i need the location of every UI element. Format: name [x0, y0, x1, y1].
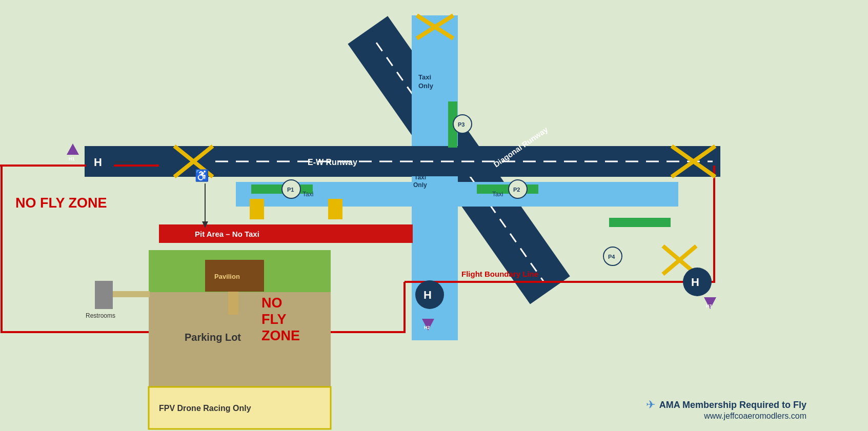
svg-text:H: H — [691, 276, 699, 289]
svg-text:Taxi: Taxi — [414, 174, 426, 181]
svg-text:H3: H3 — [706, 303, 712, 309]
svg-text:♿: ♿ — [195, 169, 209, 182]
svg-rect-22 — [228, 292, 238, 315]
map-svg: ♿ E-W Runway Diagonal Runway Taxi Only T… — [0, 0, 868, 431]
svg-text:FPV Drone Racing Only: FPV Drone Racing Only — [159, 404, 251, 413]
ama-website: www.jeffcoaeromodlers.com — [646, 412, 806, 421]
svg-rect-24 — [328, 199, 342, 219]
svg-text:H: H — [94, 156, 102, 169]
svg-text:P3: P3 — [458, 121, 465, 128]
svg-text:Restrooms: Restrooms — [86, 312, 115, 319]
svg-text:Taxi: Taxi — [418, 73, 431, 81]
svg-text:H2: H2 — [424, 325, 430, 330]
ama-footer: ✈ AMA Membership Required to Fly www.jef… — [646, 398, 806, 421]
svg-text:NO: NO — [261, 295, 282, 311]
svg-rect-19 — [95, 281, 113, 309]
svg-text:Pit Area – No Taxi: Pit Area – No Taxi — [195, 230, 259, 238]
ama-membership-text: AMA Membership Required to Fly — [659, 400, 806, 411]
svg-text:Taxi: Taxi — [302, 191, 313, 198]
svg-text:NO FLY ZONE: NO FLY ZONE — [15, 195, 107, 211]
svg-text:Taxi: Taxi — [492, 191, 503, 198]
svg-text:Only: Only — [413, 181, 427, 189]
map-container: ♿ E-W Runway Diagonal Runway Taxi Only T… — [0, 0, 868, 431]
svg-text:E-W Runway: E-W Runway — [308, 158, 357, 167]
svg-text:Parking Lot: Parking Lot — [185, 332, 241, 343]
svg-rect-6 — [412, 176, 458, 340]
svg-text:H1: H1 — [69, 156, 75, 161]
svg-text:ZONE: ZONE — [261, 328, 300, 343]
svg-text:FLY: FLY — [261, 312, 287, 327]
svg-text:Flight Boundary Line: Flight Boundary Line — [461, 270, 538, 278]
ama-logo-icon: ✈ — [646, 398, 655, 412]
svg-text:Pavilion: Pavilion — [214, 273, 240, 280]
svg-text:P1: P1 — [287, 187, 294, 193]
svg-text:H: H — [423, 289, 432, 301]
svg-text:P2: P2 — [513, 187, 520, 193]
svg-text:P4: P4 — [608, 254, 615, 260]
svg-rect-26 — [477, 184, 538, 194]
svg-text:Only: Only — [418, 82, 434, 90]
svg-rect-20 — [113, 291, 150, 297]
svg-rect-23 — [250, 199, 264, 219]
svg-rect-28 — [609, 218, 671, 227]
